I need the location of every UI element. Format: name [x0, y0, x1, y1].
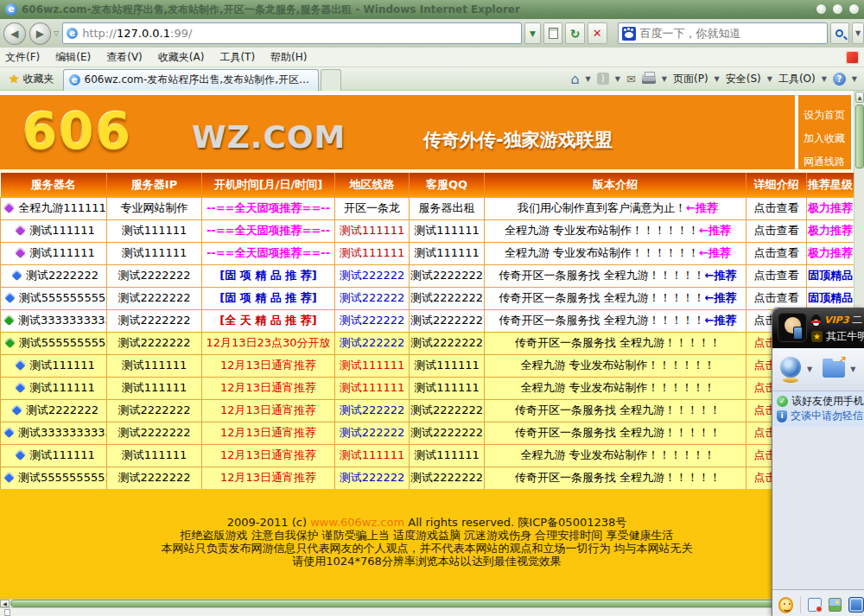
friend-status-text: 该好友使用手机 [791, 394, 864, 409]
page-menu[interactable]: 页面(P) [673, 72, 708, 86]
file-share-dropdown-icon[interactable]: ▼ [850, 365, 855, 373]
table-row: 全程九游111111专业网站制作--==全天固项推荐==--开区一条龙服务器出租… [1, 197, 854, 219]
server-name-cell[interactable]: 测试111111 [1, 219, 107, 242]
mail-icon[interactable]: ✉ [626, 73, 636, 86]
safety-menu[interactable]: 安全(S) [726, 72, 761, 86]
browser-tab[interactable]: e 606wz.com-发布站程序出售,发布站制作,开区一... [63, 69, 319, 91]
menu-tools[interactable]: 工具(T) [219, 50, 255, 65]
region-line-cell[interactable]: 测试111111 [335, 444, 410, 467]
page-dropdown-icon[interactable]: ▼ [715, 75, 720, 83]
favorites-button[interactable]: ★ 收藏夹 [0, 67, 63, 90]
horizontal-scrollbar[interactable]: ◀ ▶ [0, 599, 864, 607]
back-button[interactable]: ◀ [3, 22, 26, 45]
region-line-cell[interactable]: 测试222222 [335, 264, 410, 287]
set-homepage-link[interactable]: 设为首页 [804, 104, 851, 127]
tools-menu[interactable]: 工具(O) [778, 72, 816, 86]
add-favorite-link[interactable]: 加入收藏 [804, 127, 851, 150]
service-qq-cell: 测试111111 [410, 444, 485, 467]
server-name-cell[interactable]: 测试2222222 [1, 399, 107, 422]
gem-icon [4, 337, 16, 348]
video-window-icon[interactable] [848, 597, 864, 613]
tools-dropdown-icon[interactable]: ▼ [822, 75, 827, 83]
url-field[interactable]: e http://127.0.0.1:99/ [62, 22, 522, 44]
scroll-left-icon[interactable]: ◀ [0, 600, 10, 607]
avatar[interactable] [778, 313, 807, 342]
search-button[interactable] [830, 22, 850, 44]
region-line-cell[interactable]: 测试222222 [335, 309, 410, 332]
detail-link[interactable]: 点击查看 [746, 242, 807, 264]
search-input[interactable] [640, 27, 823, 40]
region-line-cell[interactable]: 测试111111 [335, 377, 410, 399]
forward-button[interactable]: ▶ [29, 22, 52, 45]
image-icon[interactable] [829, 598, 842, 612]
footer-site-link[interactable]: www.606wz.com [310, 516, 404, 529]
region-line-cell[interactable]: 开区一条龙 [335, 197, 410, 219]
server-name-cell[interactable]: 测试5555555555 [1, 467, 107, 489]
print-icon[interactable] [642, 74, 656, 84]
region-line-cell[interactable]: 测试222222 [335, 332, 410, 354]
feed-icon[interactable]: ) [597, 73, 609, 85]
home-icon[interactable]: ⌂ [570, 71, 579, 87]
region-line-cell[interactable]: 测试222222 [335, 422, 410, 444]
menu-edit[interactable]: 编辑(E) [55, 50, 91, 65]
minimize-button[interactable] [816, 4, 826, 14]
search-dropdown-icon[interactable]: ▼ [852, 22, 864, 44]
server-name-cell[interactable]: 测试111111 [1, 444, 107, 467]
menu-file[interactable]: 文件(F) [5, 50, 40, 65]
emoticon-icon[interactable] [778, 597, 793, 613]
server-name-cell[interactable]: 测试555555555 [1, 332, 107, 354]
webcam-icon[interactable] [779, 357, 802, 383]
help-dropdown-icon[interactable]: ▼ [852, 75, 857, 83]
recommend-arrow: ←推荐 [705, 291, 737, 304]
server-name-cell[interactable]: 测试555555555 [1, 287, 107, 309]
file-share-icon[interactable] [823, 361, 845, 378]
detail-link[interactable]: 点击查看 [746, 219, 807, 242]
webcam-dropdown-icon[interactable]: ▼ [807, 365, 812, 373]
horizontal-scroll-thumb[interactable] [10, 600, 840, 607]
region-line-cell[interactable]: 测试111111 [335, 242, 410, 264]
server-name-cell[interactable]: 测试111111 [1, 354, 107, 377]
detail-link[interactable]: 点击查看 [746, 287, 807, 309]
window-titlebar: e 606wz.com-发布站程序出售,发布站制作,开区一条龙服务,服务器出租 … [0, 0, 864, 19]
vertical-scroll-thumb[interactable] [855, 105, 864, 168]
server-name-cell[interactable]: 测试111111 [1, 377, 107, 399]
server-name-cell[interactable]: 测试333333333333 [1, 422, 107, 444]
recent-pages-dropdown-icon[interactable]: ▽ [54, 29, 59, 37]
toolbar-extension-icon[interactable] [846, 51, 859, 64]
menu-favorites[interactable]: 收藏夹(A) [158, 50, 205, 65]
table-row: 测试333333333333测试2222222[全 天 精 品 推 荐]测试22… [1, 309, 854, 332]
close-button[interactable] [849, 4, 859, 14]
new-tab-button[interactable] [321, 69, 341, 91]
server-ip-cell: 测试2222222 [107, 467, 202, 489]
server-name-cell[interactable]: 测试2222222 [1, 264, 107, 287]
region-line-cell[interactable]: 测试111111 [335, 354, 410, 377]
maximize-button[interactable] [833, 4, 842, 14]
version-intro-cell: 全程九游 专业发布站制作！！！！！！←推荐 [485, 219, 746, 242]
scroll-up-icon[interactable]: ▲ [855, 92, 864, 103]
region-line-cell[interactable]: 测试222222 [335, 399, 410, 422]
refresh-button[interactable]: ↻ [565, 22, 585, 44]
server-name-cell[interactable]: 测试333333333333 [1, 309, 107, 332]
version-intro-cell: 全程九游 专业发布站制作！！！！！！ [485, 354, 746, 377]
stop-button[interactable]: ✕ [588, 22, 607, 44]
server-name-cell[interactable]: 全程九游111111 [1, 197, 107, 219]
version-intro-cell: 传奇开区一条服务找 全程九游！！！！！ [485, 399, 746, 422]
safety-dropdown-icon[interactable]: ▼ [767, 75, 772, 83]
address-dropdown-icon[interactable]: ▼ [524, 22, 541, 44]
help-icon[interactable]: ? [833, 73, 846, 86]
region-line-cell[interactable]: 测试111111 [335, 219, 410, 242]
feed-dropdown-icon[interactable]: ▼ [615, 75, 620, 83]
home-dropdown-icon[interactable]: ▼ [586, 75, 591, 83]
region-line-cell[interactable]: 测试222222 [335, 287, 410, 309]
menu-view[interactable]: 查看(V) [106, 50, 143, 65]
detail-link[interactable]: 点击查看 [746, 264, 807, 287]
detail-link[interactable]: 点击查看 [746, 197, 807, 219]
menu-help[interactable]: 帮助(H) [270, 50, 307, 65]
compatibility-view-button[interactable] [543, 22, 563, 44]
search-box[interactable] [618, 22, 828, 44]
star-rating-cell: 极力推荐 [807, 242, 854, 264]
region-line-cell[interactable]: 测试222222 [335, 467, 410, 489]
print-dropdown-icon[interactable]: ▼ [662, 75, 667, 83]
server-name-cell[interactable]: 测试111111 [1, 242, 107, 264]
screenshot-icon[interactable] [808, 598, 821, 612]
